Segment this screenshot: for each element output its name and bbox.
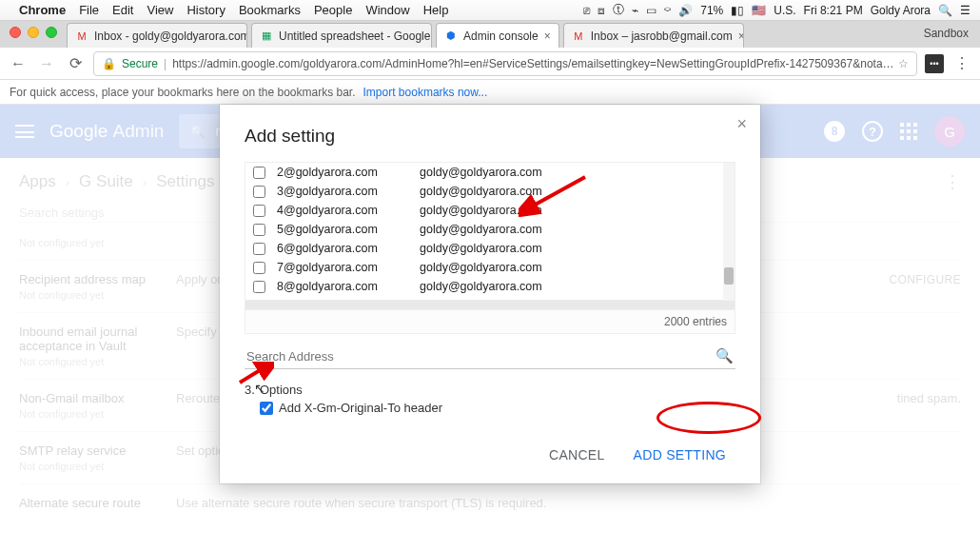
address-row[interactable]: 7@goldyarora.comgoldy@goldyarora.com [245,258,735,277]
notifications-icon[interactable]: ☰ [960,4,970,17]
help-icon[interactable]: ? [862,121,883,142]
modal-close-icon[interactable]: × [736,114,747,134]
cancel-button[interactable]: CANCEL [539,442,615,468]
add-header-checkbox[interactable]: Add X-Gm-Original-To header [260,401,735,415]
address-row[interactable]: 5@goldyarora.comgoldy@goldyarora.com [245,220,735,239]
hamburger-icon[interactable] [15,125,34,138]
modal-title: Add setting [220,126,760,162]
display-icon[interactable]: ▭ [646,4,657,17]
row-mapto: goldy@goldyarora.com [420,261,581,274]
search-icon: 🔍 [190,125,206,139]
search-address-field[interactable]: 🔍 [245,344,735,369]
search-icon[interactable]: 🔍 [715,347,734,364]
row-address: 2@goldyarora.com [277,166,420,179]
menu-people[interactable]: People [314,3,352,17]
locale-text[interactable]: U.S. [774,4,795,17]
h-scrollbar[interactable] [245,300,735,309]
menu-history[interactable]: History [186,3,225,17]
spotlight-icon[interactable]: 🔍 [938,4,952,17]
gmail-icon: M [572,30,585,43]
menubar-user[interactable]: Goldy Arora [871,4,931,17]
address-row[interactable]: 6@goldyarora.comgoldy@goldyarora.com [245,239,735,258]
row-mapto: goldy@goldyarora.com [420,185,581,198]
configure-button[interactable]: CONFIGURE [889,273,961,286]
search-address-input[interactable] [246,349,715,364]
omnibox[interactable]: 🔒 Secure | https://admin.google.com/gold… [93,51,917,76]
tab-inbox-jasrobb[interactable]: MInbox – jasrobb@gmail.com× [563,23,744,48]
tab-spreadsheet[interactable]: ▦Untitled spreadsheet - Google× [251,23,432,48]
volume-icon[interactable]: 🔊 [678,4,693,17]
row-mapto: goldy@goldyarora.com [420,223,581,236]
menu-help[interactable]: Help [423,3,449,17]
dropbox-icon[interactable]: ⧈ [598,4,605,17]
tab-inbox-goldy[interactable]: MInbox - goldy@goldyarora.com× [67,23,247,48]
address-row[interactable]: 4@goldyarora.comgoldy@goldyarora.com [245,201,735,220]
window-controls [10,27,57,38]
row-mapto: goldy@goldyarora.com [420,166,581,179]
menu-window[interactable]: Window [365,3,409,17]
sheets-icon: ▦ [260,30,273,43]
row-checkbox[interactable] [253,243,265,255]
secure-label: Secure [122,57,158,70]
bookmarks-bar: For quick access, place your bookmarks h… [0,80,980,105]
address-row[interactable]: 3@goldyarora.comgoldy@goldyarora.com [245,182,735,201]
row-mapto: goldy@goldyarora.com [420,280,581,293]
tab-admin-console[interactable]: ⬢Admin console× [436,23,559,48]
wifi-icon[interactable]: ⌔ [664,4,671,17]
extension-icon[interactable]: ••• [925,54,944,73]
row-address: 8@goldyarora.com [277,280,420,293]
row-mapto: goldy@goldyarora.com [420,204,581,217]
window-minimize[interactable] [28,27,39,38]
skitch-icon[interactable]: ⓣ [613,2,624,18]
add-header-checkbox-input[interactable] [260,402,273,415]
close-icon[interactable]: × [738,30,744,43]
scrollbar-thumb[interactable] [724,267,734,285]
reload-button[interactable]: ⟳ [65,53,86,74]
crumb-gsuite[interactable]: G Suite [79,172,133,191]
locale-flag[interactable]: 🇺🇸 [752,4,766,17]
row-checkbox[interactable] [253,167,265,179]
bookmarks-hint: For quick access, place your bookmarks h… [10,86,356,99]
notification-badge[interactable]: 8 [824,121,845,142]
chrome-menu-icon[interactable]: ⋮ [951,53,972,74]
add-setting-button[interactable]: ADD SETTING [624,442,735,468]
menu-file[interactable]: File [79,3,99,17]
menubar-app[interactable]: Chrome [19,3,66,17]
avatar[interactable]: G [934,116,965,147]
row-address: 3@goldyarora.com [277,185,420,198]
row-checkbox[interactable] [253,205,265,217]
menu-bookmarks[interactable]: Bookmarks [239,3,301,17]
row-checkbox[interactable] [253,281,265,293]
address-table: 2@goldyarora.comgoldy@goldyarora.com3@go… [245,162,735,334]
row-checkbox[interactable] [253,262,265,274]
back-button[interactable]: ← [8,53,29,74]
browser-toolbar: ← → ⟳ 🔒 Secure | https://admin.google.co… [0,48,980,80]
screencast-icon[interactable]: ⎚ [583,4,590,17]
admin-icon: ⬢ [444,30,458,43]
battery-pct[interactable]: 71% [700,4,723,17]
close-icon[interactable]: × [544,30,551,43]
menubar-time[interactable]: Fri 8:21 PM [804,4,863,17]
address-row[interactable]: 2@goldyarora.comgoldy@goldyarora.com [245,163,735,182]
forward-button[interactable]: → [36,53,57,74]
menubar-status: ⎚ ⧈ ⓣ ⌁ ▭ ⌔ 🔊 71% ▮▯ 🇺🇸 U.S. Fri 8:21 PM… [583,2,970,18]
row-address: 7@goldyarora.com [277,261,420,274]
crumb-apps[interactable]: Apps [19,172,56,191]
window-close[interactable] [10,27,21,38]
bookmark-star-icon[interactable]: ☆ [898,57,909,70]
row-checkbox[interactable] [253,186,265,198]
row-checkbox[interactable] [253,224,265,236]
apps-grid-icon[interactable] [900,123,917,140]
row-address: 4@goldyarora.com [277,204,420,217]
overflow-icon[interactable]: ⋮ [944,171,961,192]
menu-view[interactable]: View [147,3,173,17]
window-zoom[interactable] [46,27,57,38]
menu-edit[interactable]: Edit [112,3,133,17]
import-bookmarks-link[interactable]: Import bookmarks now... [363,86,488,99]
battery-icon[interactable]: ▮▯ [731,4,744,17]
entries-count: 2000 entries [664,315,727,328]
browser-tabstrip: MInbox - goldy@goldyarora.com× ▦Untitled… [0,21,980,48]
add-setting-modal: × Add setting 2@goldyarora.comgoldy@gold… [220,105,760,483]
address-row[interactable]: 8@goldyarora.comgoldy@goldyarora.com [245,277,735,296]
unknown-icon[interactable]: ⌁ [632,4,638,17]
